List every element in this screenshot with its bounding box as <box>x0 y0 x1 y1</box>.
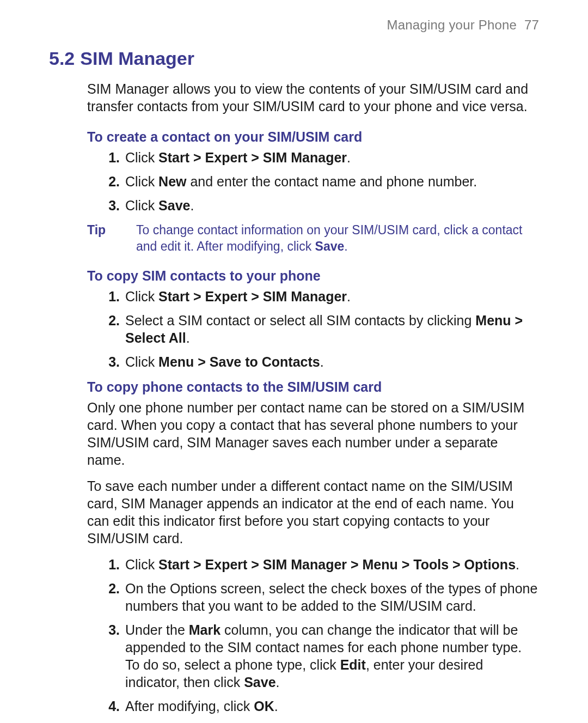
step-text: . <box>191 198 194 213</box>
step-text: Click <box>125 289 158 304</box>
step-text: Click <box>125 557 158 572</box>
ui-label: OK <box>254 698 274 714</box>
step-text: Click <box>125 150 158 165</box>
ui-label: Start > Expert > SIM Manager > Menu > To… <box>158 557 516 572</box>
step-text: Click <box>125 174 158 189</box>
paragraph: To save each number under a different co… <box>87 477 539 547</box>
step-text: . <box>186 330 190 345</box>
steps-copy-to-phone: Click Start > Expert > SIM Manager. Sele… <box>87 288 539 370</box>
step-text: Select a SIM contact or select all SIM c… <box>125 313 475 328</box>
step-item: On the Options screen, select the check … <box>122 580 539 615</box>
tip-text-part: . <box>344 239 347 253</box>
step-text: On the Options screen, select the check … <box>125 581 537 613</box>
step-text: . <box>347 150 351 165</box>
step-text: Click <box>125 354 158 369</box>
ui-label: Start > Expert > SIM Manager <box>158 289 347 304</box>
ui-label: Save <box>158 198 190 213</box>
document-page: Managing your Phone 77 5.2SIM Manager SI… <box>0 0 588 723</box>
step-item: Click Start > Expert > SIM Manager. <box>122 149 539 166</box>
ui-label: Edit <box>340 657 366 672</box>
ui-label: Save <box>315 239 345 253</box>
step-item: Click Menu > Save to Contacts. <box>122 353 539 370</box>
step-item: Click Start > Expert > SIM Manager > Men… <box>122 556 539 573</box>
section-title: 5.2SIM Manager <box>49 48 539 69</box>
ui-label: Menu > Save to Contacts <box>158 354 320 369</box>
subheading-create-contact: To create a contact on your SIM/USIM car… <box>87 128 539 145</box>
page-number: 77 <box>524 17 539 32</box>
ui-label: Mark <box>189 622 220 637</box>
step-item: After modifying, click OK. <box>122 697 539 715</box>
chapter-name: Managing your Phone <box>387 17 517 32</box>
ui-label: Save <box>244 675 275 690</box>
step-text: Under the <box>125 622 189 637</box>
tip-label: Tip <box>87 222 136 255</box>
tip-text: To change contact information on your SI… <box>136 222 539 255</box>
step-text: . <box>347 289 351 304</box>
body: SIM Manager allows you to view the conte… <box>87 80 539 715</box>
subheading-copy-to-sim: To copy phone contacts to the SIM/USIM c… <box>87 378 539 396</box>
step-item: Under the Mark column, you can change th… <box>122 621 539 691</box>
running-header: Managing your Phone 77 <box>49 17 539 33</box>
step-text: . <box>516 557 519 572</box>
step-text: After modifying, click <box>125 698 254 714</box>
ui-label: New <box>158 174 186 189</box>
step-item: Click New and enter the contact name and… <box>122 173 539 190</box>
subheading-copy-to-phone: To copy SIM contacts to your phone <box>87 267 539 284</box>
step-text: . <box>274 698 278 714</box>
step-text: . <box>276 675 280 690</box>
step-item: Click Start > Expert > SIM Manager. <box>122 288 539 305</box>
step-text: . <box>320 354 324 369</box>
steps-create-contact: Click Start > Expert > SIM Manager. Clic… <box>87 149 539 214</box>
tip-block: Tip To change contact information on you… <box>87 222 539 255</box>
step-item: Click Save. <box>122 197 539 214</box>
intro-paragraph: SIM Manager allows you to view the conte… <box>87 80 539 115</box>
section-number: 5.2 <box>49 48 75 69</box>
paragraph: Only one phone number per contact name c… <box>87 399 539 469</box>
steps-copy-to-sim: Click Start > Expert > SIM Manager > Men… <box>87 556 539 715</box>
step-text: Click <box>125 198 158 213</box>
step-item: Select a SIM contact or select all SIM c… <box>122 312 539 347</box>
ui-label: Start > Expert > SIM Manager <box>158 150 347 165</box>
section-name: SIM Manager <box>80 48 194 69</box>
step-text: and enter the contact name and phone num… <box>187 174 477 189</box>
